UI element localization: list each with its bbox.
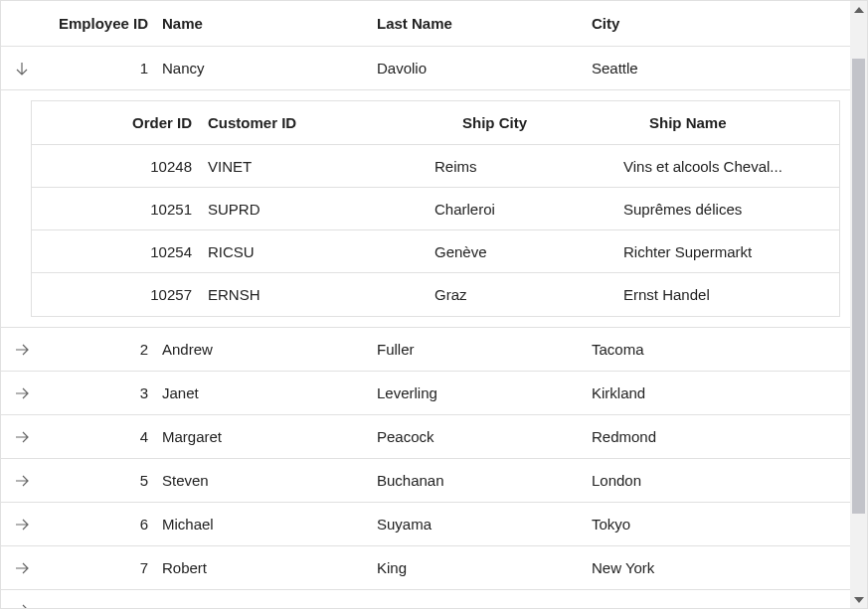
table-row[interactable]: 4 Margaret Peacock Redmond xyxy=(1,415,850,459)
table-row[interactable]: 1 Nancy Davolio Seattle xyxy=(1,47,850,90)
detail-col-header-customer-id[interactable]: Customer ID xyxy=(206,114,434,131)
col-header-employee-id[interactable]: Employee ID xyxy=(43,15,162,32)
detail-col-header-ship-city[interactable]: Ship City xyxy=(434,114,623,131)
detail-cell-customer-id: ERNSH xyxy=(206,286,434,303)
cell-name: Laura xyxy=(162,590,377,608)
expand-button[interactable] xyxy=(1,560,43,576)
cell-last-name: Suyama xyxy=(377,516,592,533)
arrow-right-icon xyxy=(14,473,30,489)
cell-employee-id: 4 xyxy=(43,428,162,445)
detail-cell-customer-id: VINET xyxy=(206,158,434,175)
table-row[interactable]: 3 Janet Leverling Kirkland xyxy=(1,372,850,415)
cell-city: Seattle xyxy=(592,60,850,76)
table-row[interactable]: 6 Michael Suyama Tokyo xyxy=(1,503,850,546)
scrollbar-up-button[interactable] xyxy=(850,1,867,18)
detail-cell-order-id: 10248 xyxy=(32,158,206,175)
table-row[interactable]: 8 Laura Callahan Paris xyxy=(1,590,850,608)
grid-viewport: Employee ID Name Last Name City 1 Nancy … xyxy=(1,1,850,608)
cell-last-name: King xyxy=(377,559,592,576)
detail-cell-ship-name: Richter Supermarkt xyxy=(623,243,839,260)
arrow-right-icon xyxy=(14,342,30,358)
cell-city: London xyxy=(592,472,850,489)
collapse-button[interactable] xyxy=(1,61,43,76)
cell-name: Nancy xyxy=(162,60,377,76)
cell-name: Margaret xyxy=(162,428,377,445)
arrow-right-icon xyxy=(14,560,30,576)
col-header-name[interactable]: Name xyxy=(162,15,377,32)
scrollbar-thumb[interactable] xyxy=(852,59,865,514)
detail-grid: Order ID Customer ID Ship City Ship Name… xyxy=(31,100,840,317)
cell-last-name: Fuller xyxy=(377,341,592,358)
cell-employee-id: 6 xyxy=(43,516,162,533)
caret-down-icon xyxy=(854,597,864,603)
detail-cell-ship-name: Ernst Handel xyxy=(623,286,839,303)
detail-cell-customer-id: SUPRD xyxy=(206,201,434,218)
cell-name: Robert xyxy=(162,559,377,576)
detail-cell-ship-name: Suprêmes délices xyxy=(623,201,839,218)
expand-button[interactable] xyxy=(1,590,43,608)
arrow-down-icon xyxy=(14,61,30,76)
expand-button[interactable] xyxy=(1,385,43,401)
detail-cell-ship-city: Graz xyxy=(434,286,623,303)
detail-cell-order-id: 10254 xyxy=(32,243,206,260)
table-row[interactable]: 5 Steven Buchanan London xyxy=(1,459,850,503)
expand-button[interactable] xyxy=(1,342,43,358)
detail-cell-customer-id: RICSU xyxy=(206,243,434,260)
expand-button[interactable] xyxy=(1,429,43,445)
detail-panel: Order ID Customer ID Ship City Ship Name… xyxy=(1,90,850,328)
detail-header-row: Order ID Customer ID Ship City Ship Name xyxy=(32,101,839,145)
cell-employee-id: 8 xyxy=(43,590,162,608)
cell-name: Andrew xyxy=(162,341,377,358)
scrollbar-down-button[interactable] xyxy=(850,591,867,608)
cell-name: Janet xyxy=(162,384,377,401)
vertical-scrollbar[interactable] xyxy=(850,1,867,608)
cell-last-name: Buchanan xyxy=(377,472,592,489)
arrow-right-icon xyxy=(14,602,30,608)
cell-name: Michael xyxy=(162,516,377,533)
cell-city: New York xyxy=(592,559,850,576)
cell-city: Paris xyxy=(592,590,850,608)
cell-city: Redmond xyxy=(592,428,850,445)
cell-employee-id: 3 xyxy=(43,384,162,401)
expand-button[interactable] xyxy=(1,473,43,489)
expand-button[interactable] xyxy=(1,517,43,533)
col-header-last-name[interactable]: Last Name xyxy=(377,15,592,32)
detail-cell-ship-city: Charleroi xyxy=(434,201,623,218)
arrow-right-icon xyxy=(14,517,30,533)
caret-up-icon xyxy=(854,7,864,13)
cell-last-name: Leverling xyxy=(377,384,592,401)
cell-last-name: Peacock xyxy=(377,428,592,445)
detail-cell-order-id: 10257 xyxy=(32,286,206,303)
arrow-right-icon xyxy=(14,385,30,401)
detail-cell-order-id: 10251 xyxy=(32,201,206,218)
detail-row[interactable]: 10257 ERNSH Graz Ernst Handel xyxy=(32,273,839,316)
arrow-right-icon xyxy=(14,429,30,445)
cell-name: Steven xyxy=(162,472,377,489)
cell-last-name: Davolio xyxy=(377,60,592,76)
detail-row[interactable]: 10251 SUPRD Charleroi Suprêmes délices xyxy=(32,188,839,230)
detail-cell-ship-name: Vins et alcools Cheval... xyxy=(623,158,839,175)
cell-city: Tokyo xyxy=(592,516,850,533)
cell-employee-id: 2 xyxy=(43,341,162,358)
detail-row[interactable]: 10254 RICSU Genève Richter Supermarkt xyxy=(32,230,839,273)
table-row[interactable]: 7 Robert King New York xyxy=(1,546,850,590)
detail-row[interactable]: 10248 VINET Reims Vins et alcools Cheval… xyxy=(32,145,839,188)
col-header-city[interactable]: City xyxy=(592,15,850,32)
detail-cell-ship-city: Genève xyxy=(434,243,623,260)
cell-last-name: Callahan xyxy=(377,590,592,608)
cell-city: Tacoma xyxy=(592,341,850,358)
cell-employee-id: 1 xyxy=(43,60,162,76)
cell-employee-id: 7 xyxy=(43,559,162,576)
table-row[interactable]: 2 Andrew Fuller Tacoma xyxy=(1,328,850,372)
detail-col-header-ship-name[interactable]: Ship Name xyxy=(623,114,839,131)
cell-city: Kirkland xyxy=(592,384,850,401)
detail-col-header-order-id[interactable]: Order ID xyxy=(32,114,206,131)
data-grid: Employee ID Name Last Name City 1 Nancy … xyxy=(0,0,868,609)
detail-cell-ship-city: Reims xyxy=(434,158,623,175)
cell-employee-id: 5 xyxy=(43,472,162,489)
column-header-row: Employee ID Name Last Name City xyxy=(1,1,850,47)
